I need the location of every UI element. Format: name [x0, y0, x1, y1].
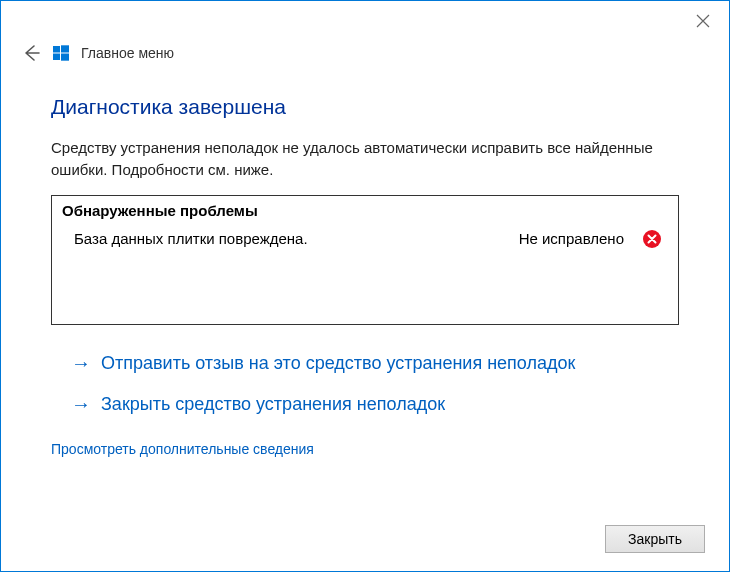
error-icon [642, 229, 662, 249]
header-row: Главное меню [1, 41, 729, 73]
problem-description: База данных плитки повреждена. [74, 230, 519, 247]
arrow-right-icon: → [71, 394, 91, 414]
footer: Закрыть [605, 525, 705, 553]
back-arrow-icon[interactable] [21, 43, 41, 63]
close-icon[interactable] [695, 13, 711, 29]
close-troubleshooter-link[interactable]: → Закрыть средство устранения неполадок [51, 386, 679, 423]
problem-status: Не исправлено [519, 230, 624, 247]
view-details-link[interactable]: Просмотреть дополнительные сведения [51, 441, 314, 457]
svg-rect-3 [61, 54, 69, 61]
close-troubleshooter-label: Закрыть средство устранения неполадок [101, 394, 445, 415]
close-button[interactable]: Закрыть [605, 525, 705, 553]
send-feedback-label: Отправить отзыв на это средство устранен… [101, 353, 575, 374]
problem-row: База данных плитки повреждена. Не исправ… [52, 225, 678, 253]
svg-rect-2 [53, 54, 60, 61]
breadcrumb: Главное меню [81, 45, 174, 61]
send-feedback-link[interactable]: → Отправить отзыв на это средство устран… [51, 345, 679, 382]
dialog-window: Главное меню Диагностика завершена Средс… [0, 0, 730, 572]
problems-header: Обнаруженные проблемы [52, 196, 678, 225]
page-title: Диагностика завершена [51, 95, 679, 119]
content-area: Диагностика завершена Средству устранени… [1, 73, 729, 458]
arrow-right-icon: → [71, 353, 91, 373]
titlebar [1, 1, 729, 41]
svg-rect-1 [61, 45, 69, 52]
problems-box: Обнаруженные проблемы База данных плитки… [51, 195, 679, 325]
summary-text: Средству устранения неполадок не удалось… [51, 137, 679, 181]
windows-logo-icon [53, 45, 69, 61]
svg-rect-0 [53, 46, 60, 53]
